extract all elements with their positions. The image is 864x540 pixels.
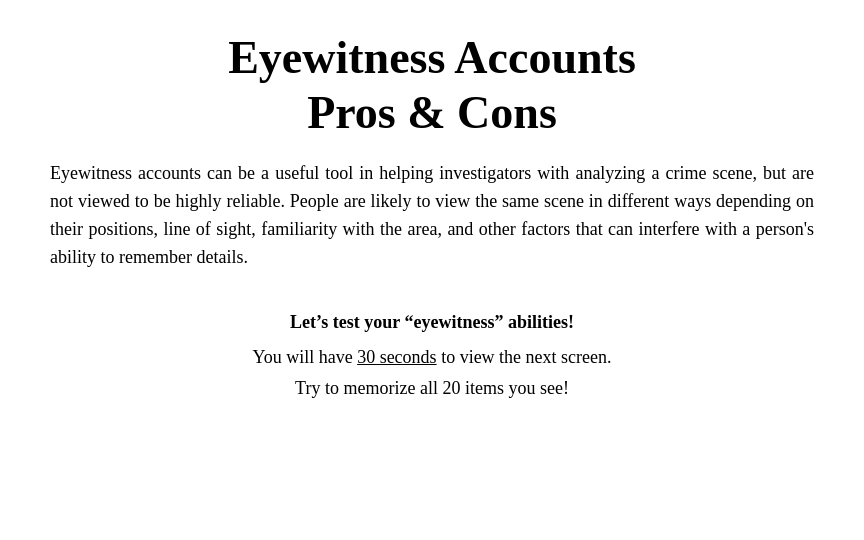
seconds-instruction: You will have 30 seconds to view the nex… — [50, 347, 814, 368]
body-paragraph: Eyewitness accounts can be a useful tool… — [50, 160, 814, 272]
seconds-value: 30 seconds — [357, 347, 437, 367]
page-title-line1: Eyewitness Accounts — [228, 30, 636, 85]
seconds-post: to view the next screen. — [437, 347, 612, 367]
center-section: Let’s test your “eyewitness” abilities! … — [50, 312, 814, 409]
page-title-line2: Pros & Cons — [228, 85, 636, 140]
title-block: Eyewitness Accounts Pros & Cons — [228, 30, 636, 140]
memorize-instruction: Try to memorize all 20 items you see! — [50, 378, 814, 399]
seconds-pre: You will have — [252, 347, 357, 367]
eyewitness-abilities-text: Let’s test your “eyewitness” abilities! — [50, 312, 814, 333]
